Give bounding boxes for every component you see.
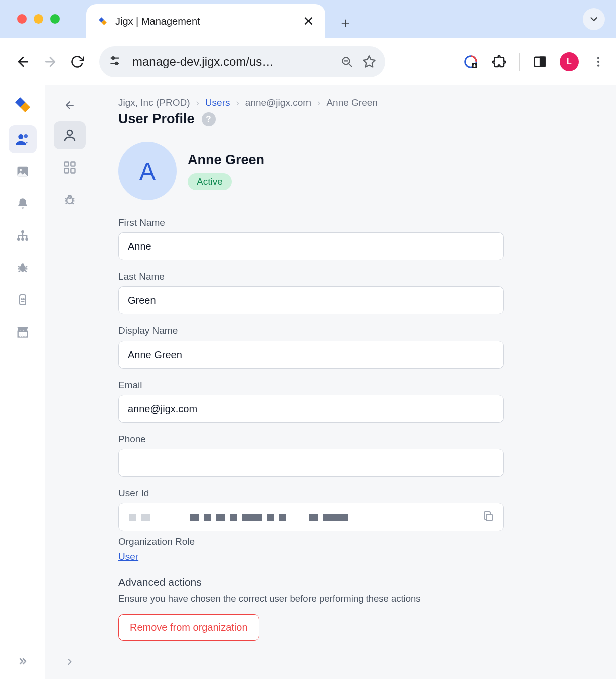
zoom-icon[interactable] — [340, 55, 353, 68]
svg-point-28 — [17, 238, 20, 241]
svg-line-55 — [72, 199, 74, 199]
rail-item-users[interactable] — [9, 125, 37, 153]
browser-menu-icon[interactable] — [592, 55, 605, 68]
toolbar-divider — [519, 53, 520, 71]
svg-rect-60 — [486, 514, 492, 521]
svg-point-7 — [115, 62, 118, 64]
nav-forward-button[interactable] — [38, 50, 62, 74]
svg-point-23 — [18, 134, 23, 139]
rail-item-notifications[interactable] — [9, 190, 37, 218]
window-controls — [17, 14, 60, 24]
nav-reload-button[interactable] — [65, 50, 89, 74]
subnav-back-button[interactable] — [56, 95, 84, 115]
new-tab-button[interactable]: ＋ — [338, 13, 352, 32]
help-icon[interactable]: ? — [202, 112, 216, 126]
extension-icon-1[interactable] — [463, 54, 478, 69]
svg-point-27 — [21, 230, 24, 233]
last-name-input[interactable] — [118, 286, 504, 314]
user-id-redacted — [126, 513, 476, 521]
browser-tab-strip: Jigx | Management ✕ ＋ — [0, 0, 616, 38]
bookmark-star-icon[interactable] — [362, 55, 376, 69]
org-role-link[interactable]: User — [118, 551, 138, 562]
svg-rect-49 — [71, 162, 75, 166]
rail-item-media[interactable] — [9, 157, 37, 186]
breadcrumb-name: Anne Green — [326, 97, 377, 108]
rail-item-device[interactable] — [9, 286, 37, 314]
first-name-input[interactable] — [118, 232, 504, 260]
tab-close-icon[interactable]: ✕ — [303, 14, 314, 29]
svg-line-33 — [18, 267, 20, 267]
advanced-actions-title: Advanced actions — [118, 576, 592, 588]
user-id-field — [118, 503, 504, 531]
svg-rect-51 — [71, 168, 75, 173]
svg-point-24 — [24, 134, 28, 138]
svg-line-37 — [18, 271, 20, 272]
email-label: Email — [118, 380, 592, 391]
svg-point-40 — [21, 299, 22, 300]
subnav-item-apps[interactable] — [54, 153, 86, 182]
window-close[interactable] — [17, 14, 27, 24]
profile-avatar[interactable]: L — [560, 52, 579, 71]
email-input[interactable] — [118, 395, 504, 423]
svg-rect-48 — [64, 162, 68, 166]
svg-point-47 — [67, 130, 72, 135]
rail-expand-button[interactable] — [0, 644, 45, 679]
user-id-label: User Id — [118, 488, 592, 499]
status-badge: Active — [188, 173, 232, 190]
svg-line-58 — [65, 203, 67, 204]
first-name-label: First Name — [118, 217, 592, 228]
subnav-expand-button[interactable] — [45, 644, 94, 679]
primary-nav-rail — [0, 85, 45, 679]
nav-back-button[interactable] — [11, 50, 35, 74]
extensions-puzzle-icon[interactable] — [491, 54, 506, 69]
svg-point-41 — [23, 299, 24, 300]
rail-item-debug[interactable] — [9, 254, 37, 282]
app-logo[interactable] — [13, 95, 32, 114]
svg-point-29 — [21, 238, 24, 241]
phone-input[interactable] — [118, 449, 504, 477]
profile-name: Anne Green — [188, 152, 264, 168]
window-zoom[interactable] — [50, 14, 60, 24]
profile-header: A Anne Green Active — [118, 142, 592, 200]
svg-line-59 — [72, 203, 74, 204]
svg-point-32 — [21, 263, 24, 266]
phone-label: Phone — [118, 434, 592, 445]
svg-rect-17 — [540, 57, 545, 66]
org-role-label: Organization Role — [118, 536, 592, 547]
side-panel-icon[interactable] — [533, 55, 547, 69]
subnav-item-profile[interactable] — [54, 121, 86, 149]
breadcrumb-org[interactable]: Jigx, Inc (PROD) — [118, 97, 190, 108]
browser-tab[interactable]: Jigx | Management ✕ — [86, 4, 325, 38]
svg-point-20 — [597, 64, 599, 66]
window-minimize[interactable] — [34, 14, 43, 24]
rail-item-hierarchy[interactable] — [9, 222, 37, 250]
chevron-right-icon: › — [317, 97, 320, 108]
chevron-right-icon: › — [236, 97, 239, 108]
app-root: Jigx, Inc (PROD) › Users › anne@jigx.com… — [0, 85, 616, 679]
site-settings-icon[interactable] — [108, 54, 123, 69]
svg-line-38 — [25, 271, 27, 272]
page-title: User Profile — [118, 111, 195, 127]
svg-point-5 — [112, 57, 114, 59]
address-bar[interactable]: manage-dev.jigx.com/us… — [99, 46, 385, 77]
svg-point-30 — [25, 238, 28, 241]
tab-search-button[interactable] — [583, 8, 605, 30]
secondary-nav — [45, 85, 94, 679]
svg-point-18 — [597, 57, 599, 59]
svg-marker-11 — [363, 56, 375, 67]
display-name-label: Display Name — [118, 325, 592, 336]
breadcrumb-users[interactable]: Users — [205, 97, 230, 108]
tab-title: Jigx | Management — [115, 16, 296, 27]
breadcrumb-email[interactable]: anne@jigx.com — [245, 97, 311, 108]
svg-line-9 — [348, 63, 351, 66]
display-name-input[interactable] — [118, 341, 504, 369]
rail-item-store[interactable] — [9, 318, 37, 346]
advanced-actions-note: Ensure you have chosen the correct user … — [118, 593, 592, 604]
svg-line-54 — [65, 199, 67, 199]
svg-line-34 — [25, 267, 27, 267]
svg-rect-15 — [474, 65, 476, 67]
svg-rect-39 — [20, 295, 26, 305]
copy-icon[interactable] — [482, 510, 496, 524]
remove-from-org-button[interactable]: Remove from organization — [118, 614, 259, 641]
subnav-item-bugs[interactable] — [54, 186, 86, 214]
